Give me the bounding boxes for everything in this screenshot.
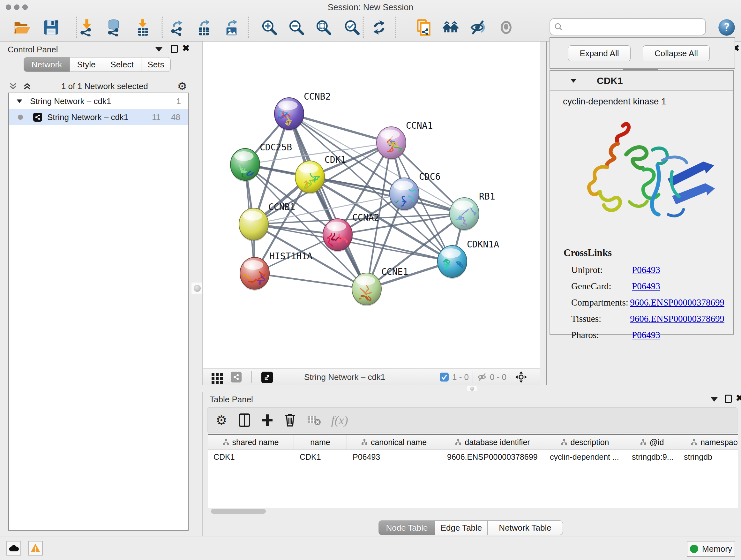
panel-float-icon[interactable] [725,395,732,403]
network-node-CCNA1[interactable]: CCNA1 [377,120,433,160]
selected-checkbox-icon[interactable] [440,372,449,382]
search-input[interactable] [563,22,697,32]
network-node-CCNB1[interactable]: CCNB1 [239,202,295,241]
crosslink-link[interactable]: 9606.ENSP00000378699 [630,314,724,324]
bottom-splitter-handle[interactable] [467,386,477,391]
network-node-CCNB2[interactable]: CCNB2 [269,91,331,131]
tab-sets[interactable]: Sets [141,57,171,72]
gene-card-header[interactable]: CDK1 [550,71,733,91]
tab-network-table[interactable]: Network Table [488,520,563,535]
column-label: @id [650,438,664,447]
crosslink-link[interactable]: 9606.ENSP00000378699 [630,297,724,308]
open-in-window-icon[interactable] [261,372,273,383]
add-column-icon[interactable] [261,413,274,427]
network-node-CCNE1[interactable]: CCNE1 [352,266,408,308]
collapse-all-button[interactable]: Collapse All [643,45,710,61]
tab-select[interactable]: Select [103,57,141,72]
zoom-selected-icon[interactable] [343,18,361,37]
crosslink-label: Pharos: [571,330,632,340]
network-collection-row[interactable]: String Network – cdk1 1 [9,93,188,109]
column-header-description[interactable]: description [544,435,626,449]
panel-float-icon[interactable] [171,45,178,53]
table-panel: Table Panel ✖ ⚙ f(x) shared namenamecano… [202,392,741,536]
panel-close-icon[interactable]: ✖ [736,394,741,402]
column-header-canonical-name[interactable]: canonical name [347,435,441,449]
memory-label: Memory [702,544,732,554]
node-label-CDK1: CDK1 [325,154,346,165]
zoom-in-icon[interactable] [260,18,278,37]
new-network-from-selection-icon[interactable] [415,18,433,37]
network-edge[interactable] [338,235,452,261]
show-all-icon[interactable] [497,18,515,37]
network-edge[interactable] [255,273,367,289]
export-table-icon[interactable] [195,18,213,37]
network-node-HIST1H1A[interactable]: HIST1H1A [239,251,313,291]
zoom-fit-icon[interactable] [315,18,333,37]
open-session-icon[interactable] [13,18,30,37]
column-header--id[interactable]: @id [626,435,678,449]
collection-expander-icon[interactable] [17,99,22,103]
column-sort-icon [561,438,567,447]
show-columns-icon[interactable] [238,413,251,427]
column-header-namespace[interactable]: namespace [678,435,738,449]
node-label-CCNB1: CCNB1 [268,202,295,212]
crosslink-label: Tissues: [571,314,630,324]
crosslink-link[interactable]: P06493 [632,281,660,292]
network-node-RB1[interactable]: RB1 [450,191,495,231]
expand-all-button[interactable]: Expand All [568,45,630,61]
tab-network[interactable]: Network [23,57,70,72]
import-table-icon[interactable] [134,18,151,37]
column-header-database-identifier[interactable]: database identifier [441,435,544,449]
import-network-from-database-icon[interactable] [105,18,123,37]
cloud-button[interactable] [6,541,21,556]
crosslink-link[interactable]: P06493 [632,265,660,275]
collapse-all-icon[interactable] [8,81,18,91]
panel-menu-icon[interactable] [711,397,718,401]
horizontal-scrollbar[interactable] [208,509,738,516]
network-tree: String Network – cdk1 1 String Network –… [8,92,189,531]
node-label-CDC6: CDC6 [419,172,441,182]
tab-node-table[interactable]: Node Table [379,520,435,535]
network-overview-icon[interactable] [231,372,242,382]
gene-expander-icon[interactable] [570,79,577,83]
control-panel: Control Panel ✖ NetworkStyleSelectSets 1… [0,42,189,536]
hide-selected-icon[interactable] [468,18,486,37]
crosslink-link[interactable]: P06493 [632,330,660,340]
export-network-icon[interactable] [168,18,186,37]
network-node-CDKN1A[interactable]: CDKN1A [437,239,499,279]
gear-icon[interactable]: ⚙ [178,80,187,92]
panel-close-icon[interactable]: ✖ [182,44,190,52]
column-header-shared-name[interactable]: shared name [208,435,294,449]
memory-button[interactable]: Memory [687,541,735,557]
table-tabs: Node TableEdge TableNetwork Table [379,520,563,535]
tab-edge-table[interactable]: Edge Table [435,520,488,535]
table-cell: stringdb [678,450,738,464]
function-builder-icon: f(x) [331,413,348,427]
birdseye-grid-icon[interactable] [212,373,223,384]
toolbar-divider [473,371,473,383]
network-row[interactable]: String Network – cdk1 11 48 [9,109,188,125]
table-settings-gear-icon[interactable]: ⚙ [216,413,227,428]
panel-menu-icon[interactable] [155,47,162,52]
left-splitter-handle[interactable] [192,283,203,294]
table-row[interactable]: CDK1CDK1P064939606.ENSP00000378699cyclin… [208,450,738,464]
help-icon[interactable]: ? [718,18,736,37]
refresh-icon[interactable] [370,18,388,37]
search-box[interactable] [549,18,706,36]
toolbar-divider [251,371,252,383]
tab-style[interactable]: Style [70,57,103,72]
network-canvas[interactable]: CCNB2CCNA1CDC25BCDK1CDC6RB1CCNB1CCNA2CDK… [202,42,540,368]
export-image-icon[interactable] [223,18,241,37]
zoom-out-icon[interactable] [287,18,306,37]
save-session-icon[interactable] [42,18,60,37]
expand-all-icon[interactable] [22,81,32,91]
node-label-HIST1H1A: HIST1H1A [269,251,313,261]
delete-column-trash-icon[interactable] [284,413,296,427]
column-header-name[interactable]: name [294,435,347,449]
first-neighbors-icon[interactable] [442,18,460,37]
node-table: shared namenamecanonical namedatabase id… [208,434,738,508]
fit-crosshair-icon[interactable] [515,371,528,383]
import-network-icon[interactable] [78,18,96,37]
warnings-button[interactable] [28,541,43,556]
current-network-dot-icon [18,115,23,120]
